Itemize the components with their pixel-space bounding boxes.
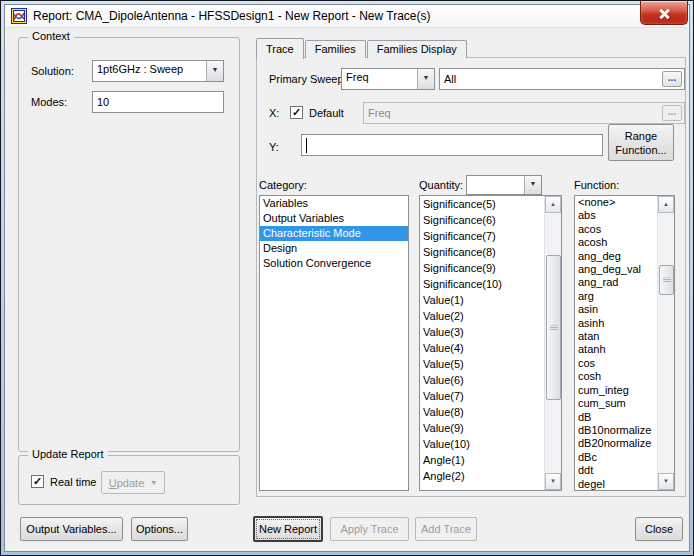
function-item[interactable]: cosh [575,370,657,383]
function-scroll-track[interactable] [658,213,674,473]
x-value: Freq [368,107,391,119]
quantity-item[interactable]: Value(4) [420,340,544,356]
tab-families[interactable]: Families [305,40,366,58]
solution-label: Solution: [31,65,74,77]
function-item[interactable]: asinh [575,317,657,330]
titlebar[interactable]: Report: CMA_DipoleAntenna - HFSSDesign1 … [5,5,689,28]
function-item[interactable]: acosh [575,236,657,249]
range-function-button[interactable]: Range Function... [608,124,674,161]
options-button[interactable]: Options... [131,517,188,541]
function-item[interactable]: arg [575,290,657,303]
close-button[interactable]: Close [635,517,683,541]
function-item[interactable]: acos [575,223,657,236]
function-item[interactable]: <none> [575,196,657,209]
x-default-checkbox[interactable]: ✓ [290,106,303,119]
quantity-item[interactable]: Value(6) [420,372,544,388]
quantity-item[interactable]: Value(8) [420,404,544,420]
add-trace-button[interactable]: Add Trace [415,517,477,541]
close-icon [658,8,670,20]
function-item[interactable]: cum_integ [575,384,657,397]
category-item[interactable]: Characteristic Mode [260,226,408,241]
primary-sweep-label: Primary Sweep: [269,73,347,85]
quantity-scroll-thumb[interactable] [546,255,561,400]
sweep-range-value: All [444,73,456,85]
quantity-item[interactable]: Value(7) [420,388,544,404]
tab-trace[interactable]: Trace [256,38,304,59]
solution-value: 1pt6GHz : Sweep [93,61,206,81]
function-item[interactable]: ang_deg_val [575,263,657,276]
quantity-listbox[interactable]: Significance(5)Significance(6)Significan… [419,195,562,491]
quantity-item[interactable]: Value(1) [420,292,544,308]
real-time-checkbox[interactable]: ✓ [31,475,44,488]
scroll-down-icon[interactable]: ▼ [658,473,674,490]
apply-trace-button[interactable]: Apply Trace [330,517,409,541]
range-function-label: Range Function... [613,129,669,157]
function-item[interactable]: degel [575,478,657,490]
quantity-item[interactable]: Significance(5) [420,196,544,212]
category-label: Category: [259,179,307,191]
sweep-range-field[interactable]: All ... [439,68,685,90]
quantity-item[interactable]: Value(3) [420,324,544,340]
report-dialog-window: Report: CMA_DipoleAntenna - HFSSDesign1 … [0,0,694,556]
function-item[interactable]: atan [575,330,657,343]
category-list-items: VariablesOutput VariablesCharacteristic … [260,196,408,490]
update-button[interactable]: Update ▼ [101,471,165,494]
quantity-item[interactable]: Significance(10) [420,276,544,292]
chevron-down-icon[interactable]: ▼ [524,176,541,194]
quantity-item[interactable]: Significance(7) [420,228,544,244]
scroll-up-icon[interactable]: ▲ [545,196,561,213]
scroll-down-icon[interactable]: ▼ [545,473,561,490]
chevron-down-icon[interactable]: ▼ [206,61,223,81]
function-item[interactable]: dB20normalize [575,437,657,450]
function-scroll-thumb[interactable] [659,265,674,295]
function-item[interactable]: cum_sum [575,397,657,410]
category-item[interactable]: Solution Convergence [260,256,408,271]
function-item[interactable]: abs [575,209,657,222]
function-scrollbar[interactable]: ▲ ▼ [657,196,674,490]
function-item[interactable]: ddt [575,464,657,477]
function-item[interactable]: cos [575,357,657,370]
function-item[interactable]: dBc [575,451,657,464]
scroll-up-icon[interactable]: ▲ [658,196,674,213]
quantity-scroll-track[interactable] [545,213,561,473]
quantity-list-items: Significance(5)Significance(6)Significan… [420,196,544,490]
function-item[interactable]: dB [575,411,657,424]
category-item[interactable]: Output Variables [260,211,408,226]
category-item[interactable]: Design [260,241,408,256]
close-window-button[interactable] [640,1,688,25]
modes-input[interactable]: 10 [92,91,224,113]
function-item[interactable]: dB10normalize [575,424,657,437]
category-item[interactable]: Variables [260,196,408,211]
text-caret [306,138,307,153]
quantity-item[interactable]: Significance(8) [420,244,544,260]
quantity-item[interactable]: Value(2) [420,308,544,324]
function-item[interactable]: ang_deg [575,250,657,263]
function-item[interactable]: asin [575,303,657,316]
quantity-item[interactable]: Significance(9) [420,260,544,276]
update-report-group: Update Report ✓ Real time Update ▼ [18,455,240,505]
quantity-item[interactable]: Value(5) [420,356,544,372]
quantity-item[interactable]: Significance(6) [420,212,544,228]
quantity-item[interactable]: Value(9) [420,420,544,436]
y-value-input[interactable] [301,134,603,156]
quantity-scrollbar[interactable]: ▲ ▼ [544,196,561,490]
function-item[interactable]: ang_rad [575,276,657,289]
update-button-label: Update [109,477,144,489]
function-listbox[interactable]: <none>absacosacoshang_degang_deg_valang_… [574,195,675,491]
quantity-item[interactable]: Angle(2) [420,468,544,484]
x-browse-button: ... [662,105,682,121]
tab-families-display[interactable]: Families Display [367,40,467,58]
solution-combobox[interactable]: 1pt6GHz : Sweep ▼ [92,60,224,82]
quantity-item[interactable]: Angle(1) [420,452,544,468]
new-report-button[interactable]: New Report [253,516,323,542]
sweep-range-browse-button[interactable]: ... [662,71,682,87]
update-report-group-label: Update Report [28,448,108,460]
category-listbox[interactable]: VariablesOutput VariablesCharacteristic … [259,195,409,491]
output-variables-button[interactable]: Output Variables... [20,517,123,541]
function-item[interactable]: atanh [575,343,657,356]
chevron-down-icon[interactable]: ▼ [417,69,434,89]
quantity-item[interactable]: Value(10) [420,436,544,452]
window-title: Report: CMA_DipoleAntenna - HFSSDesign1 … [33,9,430,23]
primary-sweep-combobox[interactable]: Freq ▼ [341,68,435,90]
quantity-combobox[interactable]: ▼ [466,175,542,195]
